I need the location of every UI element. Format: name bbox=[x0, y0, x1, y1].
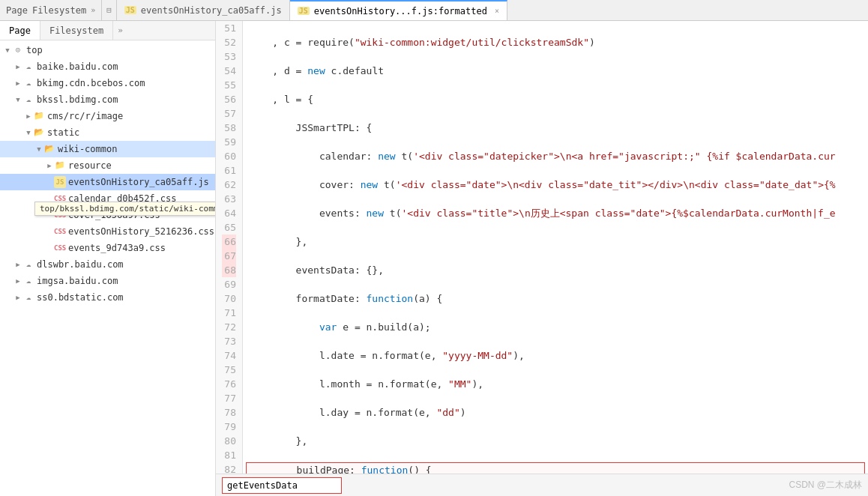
tree-item-static[interactable]: ▼ 📂 static bbox=[0, 124, 215, 141]
tree-item-bkssl[interactable]: ▼ ☁ bkssl.bdimg.com bbox=[0, 91, 215, 108]
tree-item-eventsOnHistory-js[interactable]: JS eventsOnHistory_ca05aff.js bbox=[0, 174, 215, 190]
tab-more-icon[interactable]: » bbox=[91, 6, 95, 14]
tree-item-wiki-common[interactable]: ▼ 📂 wiki-common bbox=[0, 141, 215, 157]
arrow-static: ▼ bbox=[24, 129, 33, 136]
panel-tab-filesystem[interactable]: Filesystem bbox=[40, 21, 113, 40]
panel-tab-bar: Page Filesystem » bbox=[0, 21, 215, 40]
tree-label-bkssl: bkssl.bdimg.com bbox=[37, 94, 118, 105]
code-content[interactable]: , c = require("wiki-common:widget/util/c… bbox=[243, 21, 868, 474]
main-area: Page Filesystem » ▼ ⊙ top ▶ ☁ baike.baid… bbox=[0, 21, 868, 496]
collapse-icon[interactable]: ⊟ bbox=[102, 0, 117, 20]
file-tree: ▼ ⊙ top ▶ ☁ baike.baidu.com ▶ ☁ bkimg.cd… bbox=[0, 40, 215, 496]
panel-tab-page[interactable]: Page bbox=[0, 21, 40, 40]
tree-label-baike: baike.baidu.com bbox=[37, 61, 118, 72]
left-panel: Page Filesystem » ▼ ⊙ top ▶ ☁ baike.baid… bbox=[0, 21, 216, 496]
watermark: CSDN @二木成林 bbox=[789, 479, 862, 492]
tree-label-static: static bbox=[47, 127, 79, 138]
tree-item-top[interactable]: ▼ ⊙ top bbox=[0, 42, 215, 58]
arrow-baike: ▶ bbox=[13, 63, 22, 70]
cloud-icon-bkimg: ☁ bbox=[22, 77, 34, 89]
css-file-icon-events: CSS bbox=[54, 242, 66, 254]
tree-label-top: top bbox=[26, 45, 43, 55]
cloud-icon-baike: ☁ bbox=[22, 61, 34, 73]
code-area[interactable]: 51525354 55565758 59606162 636465 66 67 … bbox=[216, 21, 868, 474]
cloud-icon-dlswbr: ☁ bbox=[22, 258, 34, 270]
tab-bar: Page Filesystem » ⊟ JS eventsOnHistory_c… bbox=[0, 0, 868, 21]
panel-tab-more[interactable]: » bbox=[113, 21, 127, 40]
folder-icon-cms: 📁 bbox=[33, 110, 45, 122]
tree-item-bkimg[interactable]: ▶ ☁ bkimg.cdn.bcebos.com bbox=[0, 75, 215, 91]
tab-eventsOnHistory-raw[interactable]: JS eventsOnHistory_ca05aff.js bbox=[117, 0, 290, 20]
tree-item-ss0[interactable]: ▶ ☁ ss0.bdstatic.com bbox=[0, 289, 215, 306]
tree-item-dlswbr[interactable]: ▶ ☁ dlswbr.baidu.com bbox=[0, 256, 215, 273]
top-icon: ⊙ bbox=[12, 44, 24, 56]
arrow-imgsa: ▶ bbox=[13, 277, 22, 285]
arrow-bkssl: ▼ bbox=[13, 96, 22, 103]
panel-section-tabs: Page Filesystem » bbox=[0, 0, 102, 20]
cloud-icon-imgsa: ☁ bbox=[22, 275, 34, 287]
filesystem-tab-label[interactable]: Filesystem bbox=[32, 5, 86, 16]
cloud-icon-bkssl: ☁ bbox=[22, 94, 34, 106]
page-tab-label[interactable]: Page bbox=[6, 5, 28, 16]
tree-item-cms[interactable]: ▶ 📁 cms/rc/r/image bbox=[0, 108, 215, 124]
expand-arrow-top: ▼ bbox=[3, 46, 12, 54]
tree-label-cms: cms/rc/r/image bbox=[47, 111, 123, 121]
tree-label-eventsOnHistory-css: eventsOnHistory_5216236.css bbox=[68, 226, 214, 237]
tree-label-ss0: ss0.bdstatic.com bbox=[37, 292, 124, 303]
css-file-icon-eventsOnHistory: CSS bbox=[54, 226, 66, 238]
tab-formatted-js-icon: JS bbox=[298, 7, 310, 15]
arrow-dlswbr: ▶ bbox=[13, 261, 22, 268]
tree-item-eventsOnHistory-css[interactable]: CSS eventsOnHistory_5216236.css bbox=[0, 223, 215, 240]
js-file-icon-eventsOnHistory: JS bbox=[54, 176, 66, 188]
tree-label-resource: resource bbox=[68, 160, 112, 171]
folder-icon-wiki-common: 📂 bbox=[43, 143, 55, 155]
tab-raw-label: eventsOnHistory_ca05aff.js bbox=[141, 5, 282, 16]
arrow-cms: ▶ bbox=[24, 112, 33, 120]
tab-formatted-label: eventsOnHistory...f.js:formatted bbox=[314, 6, 487, 16]
tree-label-bkimg: bkimg.cdn.bcebos.com bbox=[37, 78, 145, 88]
tree-item-baike[interactable]: ▶ ☁ baike.baidu.com bbox=[0, 58, 215, 75]
tree-label-dlswbr: dlswbr.baidu.com bbox=[37, 259, 124, 270]
tab-close-button[interactable]: × bbox=[495, 7, 499, 15]
tree-label-eventsOnHistory-js: eventsOnHistory_ca05aff.js bbox=[68, 177, 209, 187]
tree-label-wiki-common: wiki-common bbox=[58, 144, 117, 154]
tree-item-imgsa[interactable]: ▶ ☁ imgsa.baidu.com bbox=[0, 273, 215, 289]
folder-icon-static: 📂 bbox=[33, 127, 45, 139]
tree-item-resource[interactable]: ▶ 📁 resource bbox=[0, 157, 215, 174]
tree-item-events-css[interactable]: CSS events_9d743a9.css bbox=[0, 240, 215, 256]
arrow-resource: ▶ bbox=[45, 162, 54, 169]
search-bar bbox=[216, 474, 868, 496]
tree-label-imgsa: imgsa.baidu.com bbox=[37, 276, 118, 286]
tooltip-path: top/bkssl.bdimg.com/static/wiki-common bbox=[34, 202, 215, 216]
arrow-wiki-common: ▼ bbox=[34, 145, 43, 153]
tab-js-icon: JS bbox=[124, 6, 136, 14]
tab-eventsOnHistory-formatted[interactable]: JS eventsOnHistory...f.js:formatted × bbox=[290, 0, 507, 20]
arrow-bkimg: ▶ bbox=[13, 79, 22, 87]
folder-icon-resource: 📁 bbox=[54, 160, 66, 172]
cloud-icon-ss0: ☁ bbox=[22, 291, 34, 303]
arrow-ss0: ▶ bbox=[13, 294, 22, 301]
right-panel: 51525354 55565758 59606162 636465 66 67 … bbox=[216, 21, 868, 496]
tree-label-events-css: events_9d743a9.css bbox=[68, 243, 166, 253]
search-input[interactable] bbox=[222, 477, 342, 494]
line-numbers: 51525354 55565758 59606162 636465 66 67 … bbox=[216, 21, 243, 474]
